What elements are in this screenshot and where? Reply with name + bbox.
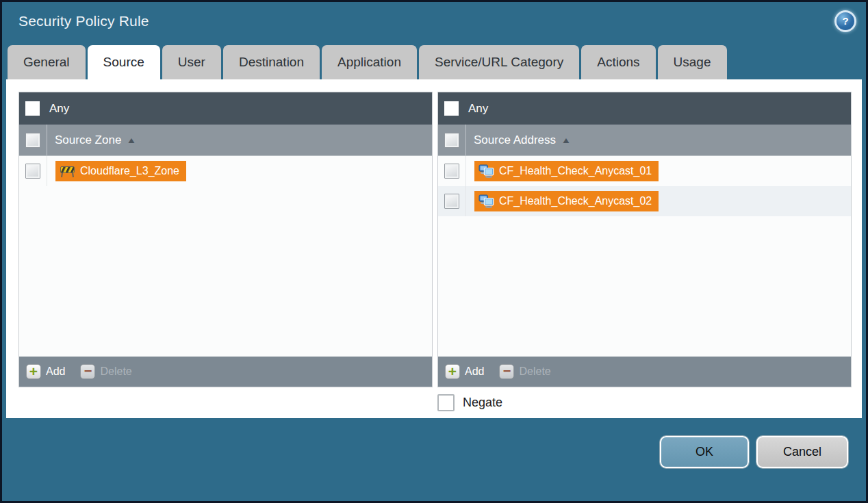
tab-bar: GeneralSourceUserDestinationApplicationS… (2, 40, 866, 79)
tab-destination[interactable]: Destination (223, 45, 320, 79)
zone-any-label: Any (49, 102, 69, 116)
address-column-header: Source Address ▲ (438, 125, 851, 156)
title-bar: Security Policy Rule ? (2, 2, 866, 40)
address-item-tag[interactable]: CF_Health_Check_Anycast_02 (474, 191, 659, 211)
security-policy-rule-dialog: Security Policy Rule ? GeneralSourceUser… (2, 2, 866, 501)
sort-asc-icon: ▲ (127, 136, 137, 145)
ok-button[interactable]: OK (660, 436, 749, 468)
tab-source[interactable]: Source (88, 45, 160, 79)
address-column-label: Source Address (474, 133, 556, 147)
dialog-body: Any Source Zone ▲ Cloudfla (6, 79, 862, 418)
address-table-row: CF_Health_Check_Anycast_02 (438, 186, 851, 216)
negate-row: Negate (437, 394, 852, 411)
tab-application[interactable]: Application (322, 45, 417, 79)
address-icon (478, 164, 494, 178)
zone-row-checkbox[interactable] (25, 164, 40, 179)
cancel-button[interactable]: Cancel (756, 436, 848, 468)
address-list: CF_Health_Check_Anycast_01 CF_Health_Che… (438, 156, 851, 357)
address-delete-label: Delete (519, 365, 550, 378)
delete-icon: − (503, 364, 511, 378)
address-add-button[interactable]: + Add (445, 364, 484, 379)
tab-usage[interactable]: Usage (658, 45, 727, 79)
zone-item-tag[interactable]: Cloudflare_L3_Zone (55, 161, 186, 181)
address-add-label: Add (465, 365, 484, 378)
negate-checkbox[interactable] (437, 394, 455, 411)
zone-any-checkbox[interactable] (25, 101, 40, 116)
zone-icon (60, 165, 75, 178)
zone-add-button[interactable]: + Add (26, 364, 65, 379)
address-any-label: Any (468, 102, 488, 116)
sort-asc-icon: ▲ (561, 136, 572, 145)
delete-icon: − (84, 364, 92, 378)
zone-column-header: Source Zone ▲ (19, 125, 432, 156)
zone-delete-label: Delete (100, 365, 131, 378)
zone-table-row: Cloudflare_L3_Zone (19, 156, 432, 186)
zone-add-label: Add (46, 365, 65, 378)
source-zone-panel: Any Source Zone ▲ Cloudfla (18, 92, 433, 387)
screen: Security Policy Rule ? GeneralSourceUser… (0, 0, 868, 503)
tab-general[interactable]: General (8, 45, 86, 79)
zone-panel-footer: + Add − Delete (19, 357, 432, 387)
source-address-panel: Any Source Address ▲ CF_Health_Check_Any… (437, 92, 852, 387)
zone-item-label: Cloudflare_L3_Zone (80, 165, 179, 177)
address-select-all-checkbox[interactable] (444, 133, 459, 148)
address-table-row: CF_Health_Check_Anycast_01 (438, 156, 851, 186)
add-icon: + (448, 364, 457, 378)
help-icon[interactable]: ? (834, 10, 856, 32)
tab-service-url-category[interactable]: Service/URL Category (419, 45, 579, 79)
zone-list: Cloudflare_L3_Zone (19, 156, 432, 357)
dialog-title: Security Policy Rule (18, 13, 149, 29)
tab-actions[interactable]: Actions (581, 45, 655, 79)
address-delete-button[interactable]: − Delete (499, 364, 550, 379)
dialog-footer: OK Cancel (2, 418, 866, 501)
zone-any-header: Any (19, 92, 432, 125)
zone-select-all-checkbox[interactable] (25, 133, 40, 148)
address-item-tag[interactable]: CF_Health_Check_Anycast_01 (474, 161, 659, 181)
address-any-header: Any (438, 92, 851, 125)
tab-user[interactable]: User (162, 45, 221, 79)
add-icon: + (29, 364, 38, 378)
address-item-label: CF_Health_Check_Anycast_02 (499, 195, 652, 207)
zone-column-label: Source Zone (55, 133, 121, 147)
address-panel-footer: + Add − Delete (438, 357, 851, 387)
address-row-checkbox[interactable] (444, 164, 459, 179)
address-any-checkbox[interactable] (444, 101, 459, 116)
address-column-sort[interactable]: Source Address ▲ (474, 133, 570, 147)
address-item-label: CF_Health_Check_Anycast_01 (499, 165, 652, 177)
zone-delete-button[interactable]: − Delete (80, 364, 131, 379)
zone-column-sort[interactable]: Source Zone ▲ (55, 133, 136, 147)
address-row-checkbox[interactable] (444, 194, 459, 209)
address-icon (478, 194, 494, 208)
negate-label: Negate (463, 396, 502, 410)
panels-row: Any Source Zone ▲ Cloudfla (18, 92, 852, 387)
